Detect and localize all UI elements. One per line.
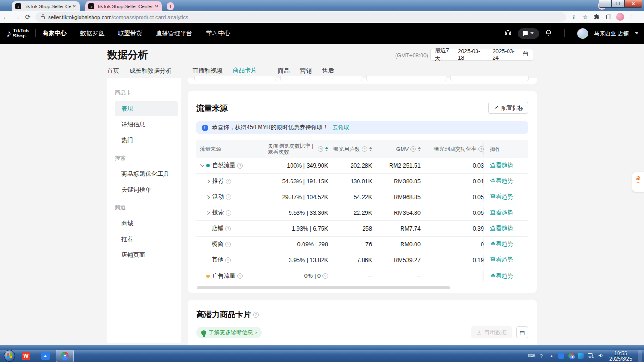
view-trend-link[interactable]: 查看趋势 <box>490 240 513 248</box>
window-maximize-button[interactable]: ❐ <box>612 0 625 8</box>
nav-item-data-compass[interactable]: 数据罗盘 <box>80 29 104 37</box>
download-icon <box>477 330 482 335</box>
help-icon[interactable] <box>225 257 231 263</box>
help-icon[interactable] <box>225 242 231 247</box>
tab-growth-analytics[interactable]: 成长和数据分析 <box>130 67 172 79</box>
hidden-icons-chevron[interactable]: ▴ <box>548 353 555 359</box>
help-icon[interactable] <box>226 194 231 200</box>
sidebar-item-details[interactable]: 详细信息 <box>115 117 178 132</box>
reload-icon[interactable]: ⟳ <box>22 13 33 20</box>
view-trend-link[interactable]: 查看趋势 <box>490 177 513 185</box>
column-header-conversion-rate[interactable]: 曝光到成交转化率 <box>421 146 484 153</box>
extensions-puzzle-icon[interactable] <box>593 13 601 21</box>
help-icon[interactable] <box>237 273 243 279</box>
side-panel-icon[interactable] <box>605 13 612 21</box>
collapse-chevron-icon[interactable] <box>200 163 204 167</box>
help-icon[interactable] <box>362 146 367 152</box>
sidebar-item-performance[interactable]: 表现 <box>115 101 178 116</box>
sidebar-item-title-optimizer[interactable]: 商品标题优化工具 <box>115 167 178 181</box>
floating-promo-widget[interactable]: a ~~ <box>632 172 644 192</box>
sidebar-item-mall[interactable]: 商城 <box>115 216 178 231</box>
nav-item-seller-center[interactable]: 商家中心 <box>42 29 66 37</box>
back-icon[interactable]: ← <box>0 13 11 20</box>
headset-support-icon[interactable] <box>504 29 512 38</box>
window-close-button[interactable]: ✕ <box>625 0 642 8</box>
nav-item-live-platform[interactable]: 直播管理平台 <box>156 29 192 37</box>
gmv-value: RM539.27 <box>372 257 421 263</box>
sidebar-item-shop-page[interactable]: 店铺页面 <box>115 248 178 262</box>
view-trend-link[interactable]: 查看趋势 <box>490 193 513 201</box>
store-name[interactable]: 马来西亚 店铺 <box>594 30 629 37</box>
scrollbar-thumb[interactable] <box>197 286 450 289</box>
show-desktop-button[interactable] <box>638 350 642 362</box>
forward-icon[interactable]: → <box>11 13 22 20</box>
volume-icon[interactable] <box>598 352 604 360</box>
users-value: 258 <box>328 225 372 232</box>
pv-value: 29.87% | 104.52K <box>266 194 328 200</box>
profile-avatar[interactable] <box>616 13 624 21</box>
tiktok-shop-logo[interactable]: ♪ TikTok Shop <box>6 28 29 39</box>
taskbar-wps-icon[interactable]: W <box>17 350 35 362</box>
report-list-button[interactable]: ▤ <box>516 326 528 338</box>
browser-menu-icon[interactable]: ⋮ <box>628 13 636 21</box>
view-trend-link[interactable]: 查看趋势 <box>490 209 513 217</box>
column-header-gmv[interactable]: GMV <box>372 146 421 152</box>
nav-item-learning-center[interactable]: 学习中心 <box>206 29 230 37</box>
url-host: seller.tiktokglobalshop.com <box>48 14 111 20</box>
sidebar-item-recommend[interactable]: 推荐 <box>115 232 178 247</box>
expand-chevron-icon[interactable] <box>206 211 210 214</box>
help-icon[interactable] <box>318 146 323 152</box>
store-avatar[interactable] <box>577 28 588 39</box>
taskbar-docs-app-icon[interactable]: ▲ <box>37 350 54 362</box>
column-header-pv-ratio[interactable]: 页面浏览次数比率 | 观看次数 <box>266 143 328 155</box>
help-tray-icon[interactable]: ? <box>538 353 545 359</box>
tray-chrome-icon[interactable] <box>568 353 574 359</box>
help-icon[interactable] <box>226 179 231 184</box>
nav-item-affiliate[interactable]: 联盟带货 <box>118 29 142 37</box>
diagnostic-tip-link[interactable]: 了解更多诊断信息 › <box>196 327 262 338</box>
view-trend-link[interactable]: 查看趋势 <box>490 272 513 280</box>
lock-icon[interactable] <box>41 16 45 19</box>
browser-tab-2[interactable]: ♪ TikTok Shop Seller Center | Cre ✕ <box>85 1 162 11</box>
export-data-button[interactable]: 导出数据 <box>471 326 512 338</box>
tray-app-blue-icon[interactable] <box>558 353 564 359</box>
help-icon[interactable] <box>253 312 259 318</box>
tab-close-icon[interactable]: ✕ <box>155 4 159 9</box>
expand-chevron-icon[interactable] <box>206 195 210 199</box>
notifications-bell-icon[interactable] <box>545 29 552 38</box>
view-trend-link[interactable]: 查看趋势 <box>490 256 513 264</box>
new-tab-button[interactable]: + <box>167 2 174 10</box>
help-icon[interactable] <box>478 146 484 152</box>
expand-chevron-icon[interactable] <box>206 179 210 183</box>
address-bar[interactable]: seller.tiktokglobalshop.com/compass/prod… <box>35 12 566 22</box>
chevron-down-icon[interactable] <box>635 32 638 34</box>
column-header-action: 操作 <box>484 140 528 158</box>
bookmark-star-icon[interactable]: ☆ <box>582 13 589 21</box>
window-minimize-button[interactable]: — <box>599 0 612 8</box>
help-icon[interactable] <box>237 163 243 169</box>
help-icon[interactable] <box>225 226 231 231</box>
view-trend-link[interactable]: 查看趋势 <box>490 225 513 232</box>
input-method-icon[interactable]: ⌨ <box>528 353 534 359</box>
column-header-exposed-users[interactable]: 曝光用户数 <box>328 146 372 153</box>
tab-close-icon[interactable]: ✕ <box>73 4 76 9</box>
start-button[interactable] <box>4 350 15 362</box>
configure-metrics-button[interactable]: 配置指标 <box>488 102 528 114</box>
horizontal-scrollbar[interactable] <box>196 286 528 289</box>
sidebar-item-keyword-ranking[interactable]: 关键词榜单 <box>115 182 178 197</box>
sidebar-item-trending[interactable]: 热门 <box>115 133 178 148</box>
help-icon[interactable] <box>322 273 328 279</box>
network-icon[interactable] <box>588 352 594 360</box>
help-icon[interactable] <box>226 210 231 216</box>
browser-tab-1[interactable]: ♪ TikTok Shop Seller Center | Cre ✕ <box>12 1 80 11</box>
date-range-picker[interactable]: 最近7天: 2025-03-18 - 2025-03-24 <box>430 49 533 61</box>
share-icon[interactable]: ⇪ <box>570 13 577 21</box>
tab-home[interactable]: 首页 <box>107 67 119 79</box>
taskbar-clock[interactable]: 10:55 2025/3/25 <box>609 350 632 362</box>
messages-pill[interactable] <box>518 28 539 39</box>
view-trend-link[interactable]: 查看趋势 <box>490 162 513 169</box>
taskbar-chrome-icon[interactable] <box>56 350 74 362</box>
tray-cloud-icon[interactable] <box>578 353 584 359</box>
claim-coupon-link[interactable]: 去领取 <box>332 124 350 131</box>
help-icon[interactable] <box>410 146 416 152</box>
